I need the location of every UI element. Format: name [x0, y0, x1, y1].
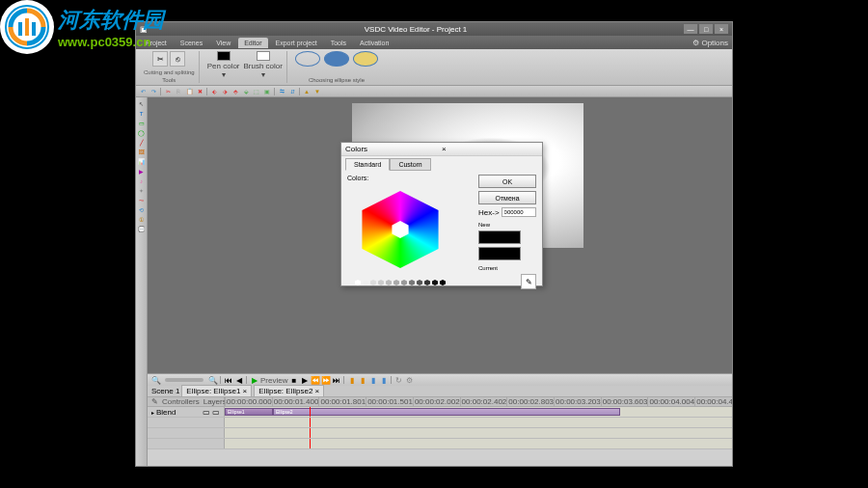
zoom-out-icon[interactable]: 🔍: [151, 376, 160, 385]
ribbon-cutting-label: Cutting and splitting: [144, 69, 195, 75]
timeline-ruler[interactable]: ✎ Controllers Layers 00:00:00.000 00:00:…: [148, 396, 732, 407]
tab-export[interactable]: Export project: [270, 38, 323, 48]
ribbon-group-colors: Pen color▾ Brush color▾: [203, 51, 287, 83]
track-blend[interactable]: Ellipse1 Ellipse2: [225, 407, 732, 417]
skip-back-icon[interactable]: ⏪: [311, 376, 319, 385]
col-layers: Layers: [203, 397, 227, 406]
counter-icon[interactable]: ①: [137, 215, 146, 224]
zoom-in-icon[interactable]: 🔍: [208, 376, 217, 385]
loop-icon[interactable]: ↻: [394, 376, 403, 385]
line-icon[interactable]: ╱: [137, 138, 146, 147]
eyedropper-icon[interactable]: ✎: [521, 274, 536, 289]
paste-icon[interactable]: 📋: [184, 87, 194, 96]
movement-icon[interactable]: ⤳: [137, 196, 146, 204]
brush-color-button[interactable]: Brush color▾: [244, 51, 283, 79]
pen-color-button[interactable]: Pen color▾: [207, 51, 240, 79]
marker1-icon[interactable]: ▮: [347, 376, 356, 385]
hexagon-color-picker[interactable]: [347, 183, 453, 276]
svg-rect-3: [32, 22, 36, 36]
hex-input[interactable]: [502, 207, 536, 217]
audio-icon[interactable]: ♪: [137, 176, 146, 185]
tab-standard[interactable]: Standard: [345, 158, 390, 171]
align-top-icon[interactable]: ⬙: [241, 87, 251, 96]
goto-start-icon[interactable]: ⏮: [224, 376, 232, 385]
stop-icon[interactable]: ■: [289, 376, 298, 385]
options-button[interactable]: ⚙Options: [692, 39, 728, 47]
undo-icon[interactable]: ↶: [138, 87, 148, 96]
align-center-icon[interactable]: ⬗: [220, 87, 230, 96]
chart-icon[interactable]: 📊: [137, 157, 146, 166]
clip-ellipse2[interactable]: Ellipse2: [273, 408, 620, 416]
image-icon[interactable]: 🖼: [137, 148, 146, 156]
maximize-button[interactable]: □: [699, 24, 713, 34]
skip-fwd-icon[interactable]: ⏩: [321, 376, 330, 385]
video-icon[interactable]: ▶: [137, 167, 146, 176]
ok-button[interactable]: OK: [478, 175, 536, 188]
watermark: 河东软件园 www.pc0359.cn: [0, 0, 164, 54]
sprite-icon[interactable]: ✦: [137, 186, 146, 195]
svg-rect-1: [18, 22, 22, 36]
dialog-title: Colors: [345, 145, 442, 153]
ellipse-style-yellow[interactable]: [353, 51, 378, 67]
grayscale-row[interactable]: [347, 280, 453, 285]
align-left-icon[interactable]: ⬖: [209, 87, 219, 96]
timeline-tracks: ▸ Blend ▭ ▭ Ellipse1 Ellipse2: [148, 407, 732, 466]
delete-icon[interactable]: ✖: [195, 87, 204, 96]
tab-activation[interactable]: Activation: [354, 38, 394, 48]
marker4-icon[interactable]: ▮: [379, 376, 388, 385]
playhead[interactable]: [310, 407, 311, 417]
ellipse-style-outline[interactable]: [295, 51, 320, 67]
text-icon[interactable]: T: [137, 109, 146, 118]
track-blend-label[interactable]: ▸ Blend ▭ ▭: [148, 407, 225, 417]
ribbon-group-ellipse: Choosing ellipse style: [291, 51, 382, 83]
tab-custom[interactable]: Custom: [390, 158, 430, 171]
rect-icon[interactable]: ▭: [137, 119, 146, 127]
tooltip-icon[interactable]: 💬: [137, 225, 146, 233]
cut-icon[interactable]: ✂: [163, 87, 173, 96]
marker3-icon[interactable]: ▮: [368, 376, 377, 385]
menubar: Project Scenes View Editor Export projec…: [136, 36, 732, 49]
layer-down-icon[interactable]: ▼: [312, 87, 322, 96]
redo-icon[interactable]: ↷: [149, 87, 158, 96]
cancel-button[interactable]: Отмена: [478, 191, 536, 204]
play2-icon[interactable]: ▶: [300, 376, 309, 385]
dialog-titlebar[interactable]: Colors ×: [341, 143, 542, 156]
prev-frame-icon[interactable]: ◀: [234, 376, 243, 385]
align-bot-icon[interactable]: ▣: [262, 87, 272, 96]
cursor-icon[interactable]: ↖: [137, 99, 146, 108]
minimize-button[interactable]: —: [684, 24, 697, 34]
copy-icon[interactable]: ⎘: [174, 87, 183, 96]
goto-end-icon[interactable]: ⏭: [332, 376, 340, 385]
tab-scenes[interactable]: Scenes: [175, 38, 208, 48]
canvas[interactable]: Colors × Standard Custom Colors:: [148, 97, 732, 373]
close-button[interactable]: ×: [715, 24, 728, 34]
align-mid-icon[interactable]: ⬚: [252, 87, 261, 96]
flip-v-icon[interactable]: ⇵: [287, 87, 297, 96]
ellipse-style-filled[interactable]: [324, 51, 349, 67]
ellipse-icon[interactable]: ◯: [137, 128, 146, 137]
marker2-icon[interactable]: ▮: [358, 376, 366, 385]
tab-tools[interactable]: Tools: [325, 38, 352, 48]
scene-tabs: Scene 1 Ellipse: Ellipse1 × Ellipse: Ell…: [148, 386, 732, 396]
play-icon[interactable]: ▶: [250, 376, 258, 385]
align-right-icon[interactable]: ⬘: [231, 87, 240, 96]
col-controllers: Controllers: [162, 397, 200, 406]
tab-view[interactable]: View: [210, 38, 236, 48]
colors-dialog: Colors × Standard Custom Colors:: [340, 142, 543, 286]
dialog-close-icon[interactable]: ×: [442, 145, 538, 153]
settings-icon[interactable]: ⚙: [405, 376, 414, 385]
tab-editor[interactable]: Editor: [238, 38, 267, 48]
flip-h-icon[interactable]: ⇋: [277, 87, 286, 96]
timeline: 🔍 🔍 ⏮ ◀ ▶ Preview ■ ▶ ⏪ ⏩ ⏭ ▮ ▮: [148, 373, 732, 466]
ribbon-group-tools: ✂ ⎋ Cutting and splitting Tools: [140, 51, 200, 83]
current-label: Current: [478, 265, 536, 271]
watermark-logo: [0, 0, 54, 54]
animation-icon[interactable]: ⟲: [137, 205, 146, 214]
clip-ellipse1[interactable]: Ellipse1: [225, 408, 273, 416]
tool-split-icon[interactable]: ⎋: [170, 51, 185, 67]
toolbar: ↶ ↷ ✂ ⎘ 📋 ✖ ⬖ ⬗ ⬘ ⬙ ⬚ ▣ ⇋ ⇵ ▲ ▼: [136, 86, 732, 97]
colors-label: Colors:: [347, 175, 471, 181]
ribbon: ✂ ⎋ Cutting and splitting Tools Pen colo…: [136, 49, 732, 86]
zoom-slider[interactable]: [165, 378, 203, 382]
layer-up-icon[interactable]: ▲: [302, 87, 312, 96]
